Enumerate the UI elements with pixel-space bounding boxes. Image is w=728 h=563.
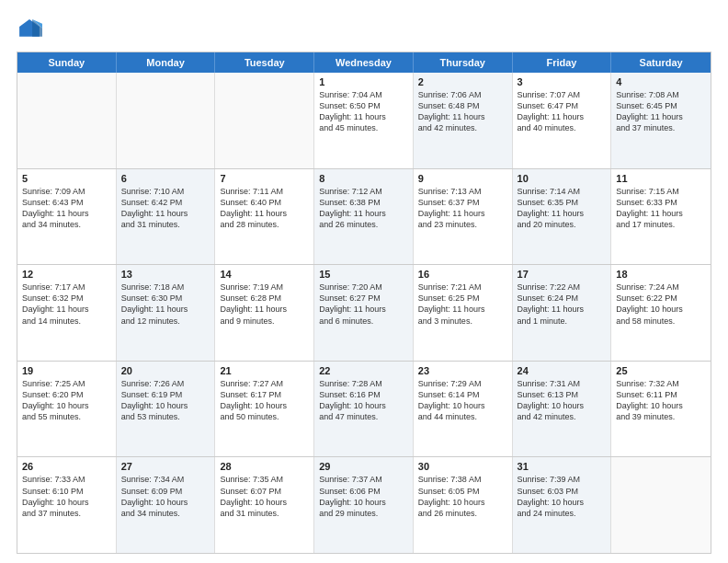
day-info: Sunrise: 7:34 AM Sunset: 6:09 PM Dayligh… <box>121 474 210 519</box>
day-info: Sunrise: 7:15 AM Sunset: 6:33 PM Dayligh… <box>616 186 706 231</box>
day-number: 26 <box>22 461 111 472</box>
day-number: 20 <box>121 365 210 376</box>
day-number: 14 <box>220 269 309 280</box>
day-number: 11 <box>616 173 706 184</box>
day-number: 3 <box>518 76 607 87</box>
calendar-cell: 7Sunrise: 7:11 AM Sunset: 6:40 PM Daylig… <box>215 169 314 265</box>
page: SundayMondayTuesdayWednesdayThursdayFrid… <box>0 0 728 563</box>
day-info: Sunrise: 7:10 AM Sunset: 6:42 PM Dayligh… <box>121 186 210 231</box>
calendar-cell: 12Sunrise: 7:17 AM Sunset: 6:32 PM Dayli… <box>17 265 117 361</box>
day-number: 28 <box>220 461 309 472</box>
day-info: Sunrise: 7:26 AM Sunset: 6:19 PM Dayligh… <box>121 378 210 423</box>
day-number: 13 <box>121 269 210 280</box>
calendar-cell: 2Sunrise: 7:06 AM Sunset: 6:48 PM Daylig… <box>414 73 513 168</box>
day-info: Sunrise: 7:13 AM Sunset: 6:37 PM Dayligh… <box>418 186 507 231</box>
day-info: Sunrise: 7:29 AM Sunset: 6:14 PM Dayligh… <box>418 378 507 423</box>
day-number: 25 <box>616 365 706 376</box>
day-info: Sunrise: 7:21 AM Sunset: 6:25 PM Dayligh… <box>418 282 507 327</box>
day-info: Sunrise: 7:11 AM Sunset: 6:40 PM Dayligh… <box>220 186 309 231</box>
day-info: Sunrise: 7:39 AM Sunset: 6:03 PM Dayligh… <box>518 474 607 519</box>
calendar-cell <box>17 73 117 168</box>
calendar: SundayMondayTuesdayWednesdayThursdayFrid… <box>17 52 711 554</box>
day-info: Sunrise: 7:06 AM Sunset: 6:48 PM Dayligh… <box>418 89 507 134</box>
day-number: 7 <box>220 173 309 184</box>
calendar-cell: 23Sunrise: 7:29 AM Sunset: 6:14 PM Dayli… <box>414 362 513 457</box>
calendar-cell: 5Sunrise: 7:09 AM Sunset: 6:43 PM Daylig… <box>17 169 117 265</box>
day-info: Sunrise: 7:24 AM Sunset: 6:22 PM Dayligh… <box>616 282 706 327</box>
calendar-header-cell: Saturday <box>611 52 711 73</box>
calendar-cell: 29Sunrise: 7:37 AM Sunset: 6:06 PM Dayli… <box>314 457 414 553</box>
calendar-cell: 22Sunrise: 7:28 AM Sunset: 6:16 PM Dayli… <box>314 362 414 457</box>
calendar-cell: 6Sunrise: 7:10 AM Sunset: 6:42 PM Daylig… <box>117 169 216 265</box>
day-number: 29 <box>319 461 408 472</box>
day-info: Sunrise: 7:19 AM Sunset: 6:28 PM Dayligh… <box>220 282 309 327</box>
calendar-cell: 9Sunrise: 7:13 AM Sunset: 6:37 PM Daylig… <box>414 169 513 265</box>
calendar-cell: 27Sunrise: 7:34 AM Sunset: 6:09 PM Dayli… <box>117 457 216 553</box>
day-number: 27 <box>121 461 210 472</box>
calendar-cell: 3Sunrise: 7:07 AM Sunset: 6:47 PM Daylig… <box>513 73 612 168</box>
logo-icon <box>17 17 42 42</box>
calendar-cell: 31Sunrise: 7:39 AM Sunset: 6:03 PM Dayli… <box>513 457 612 553</box>
calendar-header-row: SundayMondayTuesdayWednesdayThursdayFrid… <box>17 52 711 73</box>
day-number: 6 <box>121 173 210 184</box>
calendar-cell: 4Sunrise: 7:08 AM Sunset: 6:45 PM Daylig… <box>611 73 711 168</box>
day-info: Sunrise: 7:27 AM Sunset: 6:17 PM Dayligh… <box>220 378 309 423</box>
day-info: Sunrise: 7:09 AM Sunset: 6:43 PM Dayligh… <box>22 186 111 231</box>
calendar-cell: 10Sunrise: 7:14 AM Sunset: 6:35 PM Dayli… <box>513 169 612 265</box>
day-number: 19 <box>22 365 111 376</box>
day-number: 30 <box>418 461 507 472</box>
day-number: 9 <box>418 173 507 184</box>
calendar-cell: 18Sunrise: 7:24 AM Sunset: 6:22 PM Dayli… <box>611 265 711 361</box>
calendar-row: 5Sunrise: 7:09 AM Sunset: 6:43 PM Daylig… <box>17 168 711 265</box>
calendar-body: 1Sunrise: 7:04 AM Sunset: 6:50 PM Daylig… <box>17 73 711 553</box>
calendar-header-cell: Sunday <box>17 52 117 73</box>
day-info: Sunrise: 7:12 AM Sunset: 6:38 PM Dayligh… <box>319 186 408 231</box>
day-number: 10 <box>518 173 607 184</box>
day-number: 22 <box>319 365 408 376</box>
calendar-cell: 19Sunrise: 7:25 AM Sunset: 6:20 PM Dayli… <box>17 362 117 457</box>
day-info: Sunrise: 7:25 AM Sunset: 6:20 PM Dayligh… <box>22 378 111 423</box>
day-info: Sunrise: 7:14 AM Sunset: 6:35 PM Dayligh… <box>518 186 607 231</box>
day-number: 17 <box>518 269 607 280</box>
calendar-row: 12Sunrise: 7:17 AM Sunset: 6:32 PM Dayli… <box>17 264 711 361</box>
calendar-cell: 16Sunrise: 7:21 AM Sunset: 6:25 PM Dayli… <box>414 265 513 361</box>
calendar-row: 1Sunrise: 7:04 AM Sunset: 6:50 PM Daylig… <box>17 73 711 168</box>
calendar-cell: 15Sunrise: 7:20 AM Sunset: 6:27 PM Dayli… <box>314 265 414 361</box>
day-number: 8 <box>319 173 408 184</box>
day-info: Sunrise: 7:18 AM Sunset: 6:30 PM Dayligh… <box>121 282 210 327</box>
calendar-row: 19Sunrise: 7:25 AM Sunset: 6:20 PM Dayli… <box>17 361 711 457</box>
day-number: 2 <box>418 76 507 87</box>
calendar-cell: 21Sunrise: 7:27 AM Sunset: 6:17 PM Dayli… <box>215 362 314 457</box>
calendar-row: 26Sunrise: 7:33 AM Sunset: 6:10 PM Dayli… <box>17 456 711 553</box>
calendar-cell: 8Sunrise: 7:12 AM Sunset: 6:38 PM Daylig… <box>314 169 414 265</box>
calendar-cell: 26Sunrise: 7:33 AM Sunset: 6:10 PM Dayli… <box>17 457 117 553</box>
calendar-cell: 28Sunrise: 7:35 AM Sunset: 6:07 PM Dayli… <box>215 457 314 553</box>
calendar-cell <box>117 73 216 168</box>
calendar-cell: 20Sunrise: 7:26 AM Sunset: 6:19 PM Dayli… <box>117 362 216 457</box>
day-number: 18 <box>616 269 706 280</box>
calendar-cell: 11Sunrise: 7:15 AM Sunset: 6:33 PM Dayli… <box>611 169 711 265</box>
calendar-header-cell: Thursday <box>414 52 513 73</box>
day-number: 21 <box>220 365 309 376</box>
calendar-cell <box>611 457 711 553</box>
day-info: Sunrise: 7:07 AM Sunset: 6:47 PM Dayligh… <box>518 89 607 134</box>
calendar-cell: 30Sunrise: 7:38 AM Sunset: 6:05 PM Dayli… <box>414 457 513 553</box>
day-info: Sunrise: 7:22 AM Sunset: 6:24 PM Dayligh… <box>518 282 607 327</box>
day-info: Sunrise: 7:33 AM Sunset: 6:10 PM Dayligh… <box>22 474 111 519</box>
day-number: 16 <box>418 269 507 280</box>
day-info: Sunrise: 7:08 AM Sunset: 6:45 PM Dayligh… <box>616 89 706 134</box>
calendar-header-cell: Friday <box>513 52 612 73</box>
calendar-header-cell: Wednesday <box>314 52 414 73</box>
day-number: 12 <box>22 269 111 280</box>
day-number: 31 <box>518 461 607 472</box>
day-info: Sunrise: 7:37 AM Sunset: 6:06 PM Dayligh… <box>319 474 408 519</box>
calendar-cell: 25Sunrise: 7:32 AM Sunset: 6:11 PM Dayli… <box>611 362 711 457</box>
calendar-header-cell: Tuesday <box>215 52 314 73</box>
day-info: Sunrise: 7:20 AM Sunset: 6:27 PM Dayligh… <box>319 282 408 327</box>
day-number: 1 <box>319 76 408 87</box>
day-number: 24 <box>518 365 607 376</box>
day-info: Sunrise: 7:04 AM Sunset: 6:50 PM Dayligh… <box>319 89 408 134</box>
calendar-header-cell: Monday <box>117 52 216 73</box>
calendar-cell: 14Sunrise: 7:19 AM Sunset: 6:28 PM Dayli… <box>215 265 314 361</box>
calendar-cell: 24Sunrise: 7:31 AM Sunset: 6:13 PM Dayli… <box>513 362 612 457</box>
